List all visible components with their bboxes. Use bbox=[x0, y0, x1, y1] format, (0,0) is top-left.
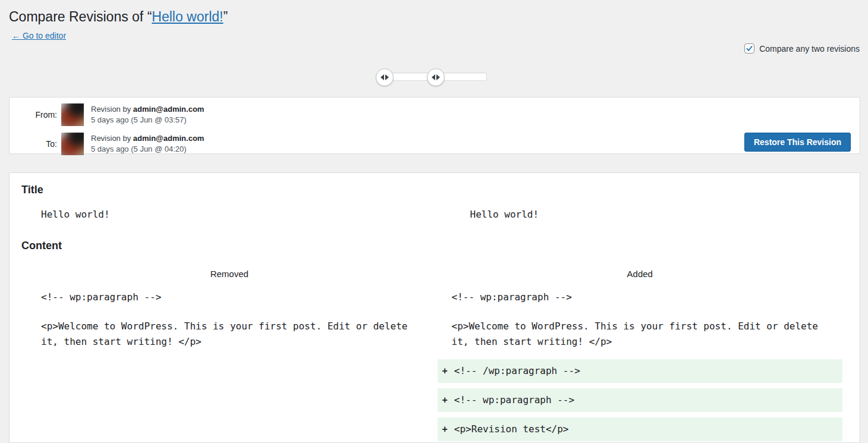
diff-row: <!-- wp:paragraph --><!-- wp:paragraph -… bbox=[27, 285, 842, 309]
plus-icon: + bbox=[442, 395, 448, 405]
plus-icon: + bbox=[442, 366, 448, 376]
to-revision-date: 5 days ago (5 Jun @ 04:20) bbox=[91, 144, 204, 155]
from-author-avatar bbox=[61, 103, 84, 126]
content-diff-body: <!-- wp:paragraph --><!-- wp:paragraph -… bbox=[27, 285, 842, 441]
restore-this-revision-button[interactable]: Restore This Revision bbox=[744, 133, 851, 152]
checkbox-checked-icon[interactable] bbox=[744, 43, 754, 54]
to-byline-prefix: Revision by bbox=[91, 134, 133, 143]
to-author-email: admin@admin.com bbox=[133, 134, 205, 143]
to-revision-row: To: Revision by admin@admin.com 5 days a… bbox=[10, 129, 860, 158]
title-to-cell: Hello world! bbox=[438, 205, 843, 225]
content-section-heading: Content bbox=[21, 240, 848, 252]
compare-toggle-label: Compare any two revisions bbox=[759, 44, 860, 54]
handle-right-arrow-icon bbox=[436, 74, 440, 80]
to-label: To: bbox=[10, 139, 57, 149]
diff-cell-removed bbox=[27, 417, 432, 441]
content-diff-table: Removed Added <!-- wp:paragraph --><!-- … bbox=[21, 259, 848, 443]
diff-row: <p>Welcome to WordPress. This is your fi… bbox=[27, 315, 842, 354]
handle-left-arrow-icon bbox=[380, 74, 384, 80]
diff-cell-removed: <p>Welcome to WordPress. This is your fi… bbox=[27, 315, 432, 354]
revision-meta-bar: From: Revision by admin@admin.com 5 days… bbox=[9, 97, 860, 154]
plus-icon: + bbox=[442, 424, 448, 434]
post-title-link[interactable]: Hello world! bbox=[152, 9, 223, 24]
to-author-avatar bbox=[61, 133, 84, 155]
diff-row: +<p>Revision test</p> bbox=[27, 417, 842, 441]
page-title-suffix: ” bbox=[223, 9, 228, 24]
from-label: From: bbox=[10, 110, 57, 120]
slider-handle-from[interactable] bbox=[376, 68, 394, 86]
from-revision-row: From: Revision by admin@admin.com 5 days… bbox=[10, 100, 860, 129]
page-title: Compare Revisions of “Hello world!” bbox=[9, 8, 228, 26]
diff-row: +<!-- /wp:paragraph --> bbox=[27, 359, 842, 383]
diff-cell-added: +<!-- wp:paragraph --> bbox=[438, 388, 843, 412]
handle-right-arrow-icon bbox=[385, 74, 389, 80]
diff-cell-removed bbox=[27, 359, 432, 383]
compare-two-revisions-toggle[interactable]: Compare any two revisions bbox=[744, 43, 860, 54]
diff-header-row: Removed Added bbox=[27, 264, 842, 280]
from-byline-prefix: Revision by bbox=[91, 105, 133, 114]
diff-cell-added: <p>Welcome to WordPress. This is your fi… bbox=[438, 315, 843, 354]
removed-column-header: Removed bbox=[27, 264, 432, 280]
revisions-diff-panel: Title Hello world! Hello world! Content … bbox=[9, 172, 860, 443]
diff-cell-added: +<p>Revision test</p> bbox=[438, 417, 843, 441]
diff-cell-removed: <!-- wp:paragraph --> bbox=[27, 285, 432, 309]
title-from-cell: Hello world! bbox=[27, 205, 432, 225]
diff-cell-added: +<!-- /wp:paragraph --> bbox=[438, 359, 843, 383]
from-author-email: admin@admin.com bbox=[133, 105, 205, 114]
title-diff-row: Hello world! Hello world! bbox=[27, 205, 842, 225]
to-revision-info: Revision by admin@admin.com 5 days ago (… bbox=[91, 133, 204, 155]
title-diff-table: Hello world! Hello world! bbox=[21, 199, 848, 230]
page-title-prefix: Compare Revisions of “ bbox=[9, 9, 152, 24]
go-to-editor-link[interactable]: ← Go to editor bbox=[12, 31, 66, 40]
diff-row: +<!-- wp:paragraph --> bbox=[27, 388, 842, 412]
diff-cell-added: <!-- wp:paragraph --> bbox=[438, 285, 843, 309]
handle-left-arrow-icon bbox=[432, 74, 435, 80]
slider-handle-to[interactable] bbox=[427, 68, 445, 86]
added-column-header: Added bbox=[438, 264, 843, 280]
diff-cell-removed bbox=[27, 388, 432, 412]
from-revision-info: Revision by admin@admin.com 5 days ago (… bbox=[91, 104, 204, 125]
from-revision-date: 5 days ago (5 Jun @ 03:57) bbox=[91, 115, 204, 125]
title-section-heading: Title bbox=[21, 184, 848, 196]
